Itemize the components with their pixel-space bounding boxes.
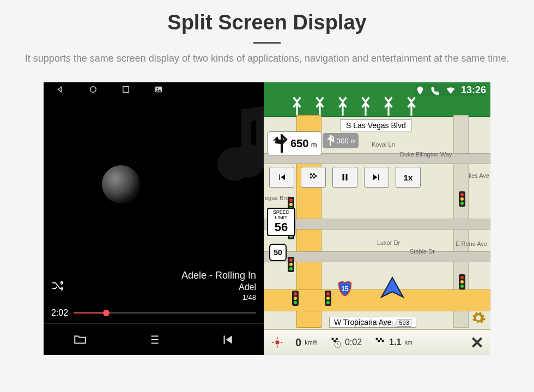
road — [264, 219, 490, 230]
speed-limit-sign: SPEED LIMIT 56 — [267, 208, 295, 236]
current-speed: 0 km/h — [290, 331, 323, 353]
interstate-shield: 15 — [338, 281, 352, 296]
traffic-light-icon — [288, 257, 294, 272]
svg-rect-14 — [332, 338, 334, 340]
svg-rect-18 — [376, 338, 378, 340]
track-artist: Adel — [82, 282, 256, 292]
lane-arrow-icon — [383, 96, 395, 116]
svg-rect-9 — [313, 177, 315, 178]
traffic-light-icon — [459, 274, 465, 290]
route-shield: 50 — [269, 244, 287, 261]
track-info: Adele - Rolling In Adel 1/48 — [82, 270, 256, 301]
svg-rect-15 — [336, 338, 338, 340]
lane-arrow-icon — [314, 96, 326, 116]
speed-value: 56 — [268, 221, 294, 234]
sim-speed-button[interactable]: 1x — [396, 167, 421, 188]
street-number: 593 — [397, 319, 411, 327]
svg-rect-4 — [310, 173, 312, 175]
cross-street-label: W Tropicana Ave 593 — [329, 317, 416, 328]
sim-playback-controls: 1x — [269, 167, 421, 188]
svg-rect-1 — [123, 87, 129, 93]
current-street-label: S Las Vegas Blvd — [340, 119, 412, 131]
turn-distance: 650 — [290, 137, 308, 149]
sim-flag-button[interactable] — [301, 167, 326, 188]
back-icon[interactable] — [56, 85, 65, 97]
svg-point-0 — [90, 87, 96, 93]
svg-rect-8 — [310, 177, 312, 178]
folder-button[interactable] — [44, 324, 117, 355]
gps-status[interactable] — [266, 331, 289, 353]
navigation-panel: 13:26 S Las Vegas Blvd 650 m 300 m 1 — [264, 82, 490, 355]
vehicle-cursor — [379, 276, 405, 301]
page-subtitle: It supports the same screen display of t… — [22, 51, 512, 66]
track-counter: 1/48 — [82, 293, 256, 301]
nav-bottom-bar: 0 km/h 0:02 1.1 km ✕ — [264, 329, 490, 355]
phone-icon — [430, 86, 440, 95]
remaining-distance: 1.1 km — [368, 331, 418, 353]
recents-icon[interactable] — [121, 85, 131, 97]
status-bar-right: 13:26 — [415, 85, 486, 96]
street-label: Koval Ln — [372, 141, 395, 148]
lane-arrow-icon — [360, 96, 372, 116]
traffic-light-icon — [325, 291, 331, 306]
sim-next-button[interactable] — [364, 167, 389, 188]
music-bottom-bar — [44, 323, 264, 355]
street-label: iles Ave — [469, 172, 489, 179]
device-screenshot: Adele - Rolling In Adel 1/48 2:02 — [44, 82, 490, 355]
traffic-light-icon — [459, 191, 465, 207]
wifi-icon — [446, 86, 456, 95]
svg-point-13 — [275, 340, 279, 344]
road — [264, 251, 490, 262]
shuffle-icon[interactable] — [51, 280, 65, 292]
elapsed-time: 2:02 — [51, 308, 68, 318]
lane-arrow-icon — [405, 96, 417, 116]
home-icon[interactable] — [88, 85, 98, 97]
eta-cell: 0:02 — [324, 331, 367, 353]
lane-arrow-icon — [291, 96, 303, 116]
svg-rect-6 — [312, 175, 313, 177]
progress-slider[interactable] — [74, 312, 256, 313]
svg-rect-21 — [382, 340, 384, 342]
svg-text:15: 15 — [341, 285, 349, 293]
album-disc — [102, 165, 140, 203]
svg-rect-20 — [378, 340, 380, 342]
location-icon — [415, 86, 425, 95]
svg-rect-19 — [380, 338, 382, 340]
svg-rect-10 — [343, 174, 344, 180]
previous-button[interactable] — [190, 324, 264, 355]
svg-rect-5 — [313, 173, 315, 175]
street-label: Luxor Dr — [377, 239, 400, 246]
music-panel: Adele - Rolling In Adel 1/48 2:02 — [44, 82, 264, 355]
street-label: Stable Dr — [410, 248, 435, 255]
sim-prev-button[interactable] — [269, 167, 294, 188]
title-divider — [253, 42, 281, 44]
lane-arrow-icon — [337, 96, 349, 116]
next-turn-box: 300 m — [323, 133, 359, 148]
turn-instruction: 650 m — [267, 131, 322, 155]
clock-time: 13:26 — [461, 85, 486, 96]
svg-rect-16 — [333, 340, 336, 342]
turn-unit: m — [311, 141, 317, 149]
street-label: Duke Ellington Way — [400, 151, 452, 158]
page-title: Split Screen Display — [0, 11, 534, 34]
close-button[interactable]: ✕ — [465, 331, 488, 353]
album-art-area — [44, 99, 264, 270]
street-label: E Reno Ave — [456, 240, 487, 247]
playlist-button[interactable] — [117, 324, 191, 355]
sim-pause-button[interactable] — [332, 167, 357, 188]
picture-icon — [154, 85, 163, 97]
svg-rect-7 — [315, 175, 317, 177]
next-distance: 300 — [337, 137, 349, 145]
next-unit: m — [351, 138, 355, 144]
svg-rect-11 — [346, 174, 348, 180]
street-label: egas Brd — [265, 195, 289, 201]
track-title: Adele - Rolling In — [82, 270, 256, 281]
settings-icon[interactable] — [471, 310, 486, 328]
traffic-light-icon — [292, 291, 299, 306]
svg-point-3 — [157, 88, 158, 89]
